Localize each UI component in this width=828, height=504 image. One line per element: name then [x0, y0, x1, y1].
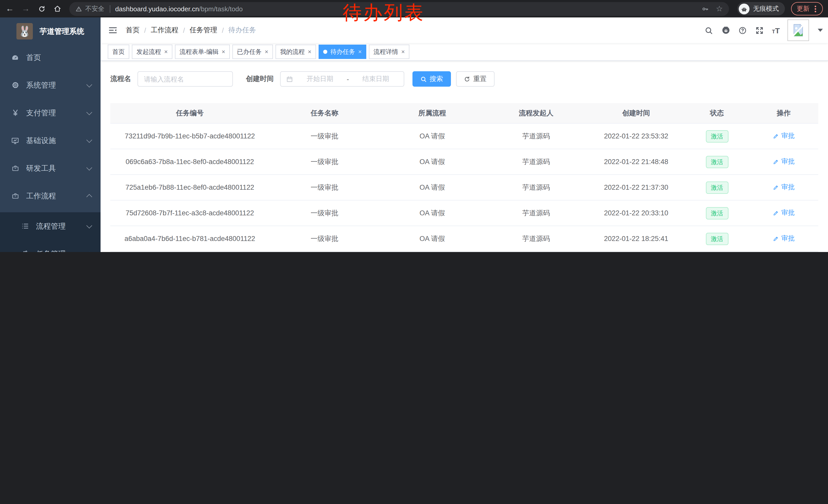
process-name-input[interactable] — [137, 71, 233, 87]
browser-update-button[interactable]: 更新 — [791, 2, 823, 15]
status-badge: 激活 — [706, 181, 728, 193]
avatar[interactable] — [787, 19, 809, 41]
sidebar-item-基础设施[interactable]: 基础设施 — [0, 127, 100, 154]
task-id: 069c6a63-7b8a-11ec-8ef0-acde48001122 — [110, 158, 269, 166]
tree-icon — [20, 249, 29, 252]
forward-icon[interactable]: → — [21, 4, 30, 13]
tab-close-icon[interactable]: × — [164, 49, 168, 55]
avatar-dropdown-caret-icon[interactable] — [818, 29, 823, 32]
sidebar-item-系统管理[interactable]: 系统管理 — [0, 71, 100, 99]
url-host[interactable]: dashboard.yudao.iocoder.cn — [115, 5, 199, 12]
sidebar-item-label: 任务管理 — [36, 249, 66, 252]
approve-link[interactable]: 审批 — [773, 183, 795, 192]
search-button[interactable]: 搜索 — [412, 71, 451, 87]
address-divider — [110, 5, 110, 12]
address-bar[interactable]: 不安全 dashboard.yudao.iocoder.cn /bpm/task… — [69, 2, 729, 16]
sidebar-item-label: 工作流程 — [26, 191, 56, 201]
toolbox-icon — [11, 164, 19, 173]
tab-发起流程[interactable]: 发起流程× — [132, 45, 172, 59]
dashboard-icon — [11, 53, 19, 62]
approve-label: 审批 — [781, 209, 795, 218]
tab-label: 流程表单-编辑 — [179, 47, 218, 56]
reset-button[interactable]: 重置 — [456, 71, 494, 87]
page-content: 流程名 创建时间 开始日期 - 结束日期 搜索 重置 — [100, 61, 828, 252]
monitor-icon — [11, 136, 19, 145]
tab-close-icon[interactable]: × — [401, 49, 405, 55]
column-header-流程发起人: 流程发起人 — [485, 108, 587, 118]
search-icon[interactable] — [704, 26, 713, 35]
tab-close-icon[interactable]: × — [308, 49, 312, 55]
help-icon[interactable] — [738, 26, 747, 35]
create-time: 2022-01-22 18:25:41 — [587, 235, 685, 242]
font-size-icon[interactable]: TT — [772, 26, 780, 35]
breadcrumb-task-mgmt[interactable]: 任务管理 — [190, 26, 217, 35]
url-path[interactable]: /bpm/task/todo — [199, 5, 243, 12]
sidebar-item-工作流程[interactable]: 工作流程 — [0, 182, 100, 210]
chevron-down-icon — [86, 137, 92, 143]
tab-close-icon[interactable]: × — [265, 49, 268, 55]
browser-toolbar: ← → 不安全 dashboard.yudao.iocoder.cn /bpm/… — [0, 0, 828, 17]
app-logo-area[interactable]: 🐰 芋道管理系统 — [0, 22, 100, 40]
tab-流程详情[interactable]: 流程详情× — [369, 45, 409, 59]
table-row: 725a1eb6-7b88-11ec-8ef0-acde48001122一级审批… — [110, 175, 818, 200]
start-date-placeholder[interactable]: 开始日期 — [297, 74, 343, 84]
screen: ← → 不安全 dashboard.yudao.iocoder.cn /bpm/… — [0, 0, 828, 252]
sidebar-item-label: 首页 — [26, 53, 41, 62]
filter-form: 流程名 创建时间 开始日期 - 结束日期 搜索 重置 — [110, 71, 818, 87]
tags-view-bar: 首页发起流程×流程表单-编辑×已办任务×我的流程×待办任务×流程详情× — [100, 43, 828, 61]
task-name: 一级审批 — [269, 234, 380, 243]
tab-我的流程[interactable]: 我的流程× — [276, 45, 316, 59]
sidebar-collapse-icon[interactable] — [108, 26, 118, 35]
list-icon — [20, 222, 29, 230]
sidebar-item-研发工具[interactable]: 研发工具 — [0, 154, 100, 182]
column-header-所属流程: 所属流程 — [380, 108, 485, 118]
github-icon[interactable] — [721, 26, 730, 35]
password-key-icon[interactable] — [701, 5, 709, 12]
home-icon[interactable] — [53, 4, 62, 13]
sidebar-item-首页[interactable]: 首页 — [0, 44, 100, 71]
bookmark-star-icon[interactable]: ☆ — [716, 4, 723, 13]
fullscreen-icon[interactable] — [755, 26, 764, 35]
date-range-picker[interactable]: 开始日期 - 结束日期 — [280, 71, 404, 87]
approve-label: 审批 — [781, 132, 795, 141]
incognito-label: 无痕模式 — [753, 4, 779, 13]
column-header-任务编号: 任务编号 — [110, 108, 269, 118]
status-badge: 激活 — [706, 130, 728, 142]
end-date-placeholder[interactable]: 结束日期 — [353, 74, 398, 84]
column-header-操作: 操作 — [749, 108, 818, 118]
update-label: 更新 — [797, 4, 810, 13]
pencil-icon — [773, 210, 779, 216]
tab-已办任务[interactable]: 已办任务× — [233, 45, 273, 59]
sidebar-menu: 首页系统管理支付管理基础设施研发工具工作流程 — [0, 44, 100, 210]
browser-nav-buttons: ← → — [5, 4, 62, 13]
approve-link[interactable]: 审批 — [773, 132, 795, 141]
breadcrumb-workflow[interactable]: 工作流程 — [151, 26, 178, 35]
approve-link[interactable]: 审批 — [773, 234, 795, 243]
tab-close-icon[interactable]: × — [222, 49, 225, 55]
briefcase-icon — [11, 191, 19, 200]
breadcrumb-home[interactable]: 首页 — [126, 26, 139, 35]
sidebar-item-支付管理[interactable]: 支付管理 — [0, 99, 100, 127]
calendar-icon — [286, 75, 293, 83]
tab-流程表单-编辑[interactable]: 流程表单-编辑× — [175, 45, 230, 59]
table-row: a6aba0a4-7b6d-11ec-b781-acde48001122一级审批… — [110, 226, 818, 252]
action-cell: 审批 — [749, 157, 818, 167]
status-cell: 激活 — [685, 155, 749, 168]
approve-link[interactable]: 审批 — [773, 209, 795, 218]
approve-link[interactable]: 审批 — [773, 157, 795, 166]
back-icon[interactable]: ← — [5, 4, 14, 13]
tab-待办任务[interactable]: 待办任务× — [319, 45, 366, 59]
range-separator: - — [347, 75, 349, 83]
task-name: 一级审批 — [269, 157, 380, 166]
sidebar: 🐰 芋道管理系统 首页系统管理支付管理基础设施研发工具工作流程 流程管理任务管理… — [0, 17, 100, 252]
reload-icon[interactable] — [37, 4, 46, 13]
sidebar-item-流程管理[interactable]: 流程管理 — [0, 212, 100, 240]
security-label[interactable]: 不安全 — [85, 4, 105, 13]
status-badge: 激活 — [706, 232, 728, 245]
sidebar-item-任务管理[interactable]: 任务管理 — [0, 240, 100, 252]
status-cell: 激活 — [685, 207, 749, 219]
active-dot-icon — [323, 50, 327, 54]
tab-close-icon[interactable]: × — [358, 49, 362, 55]
tab-首页[interactable]: 首页 — [108, 45, 129, 59]
browser-menu-dots-icon[interactable] — [815, 8, 816, 9]
